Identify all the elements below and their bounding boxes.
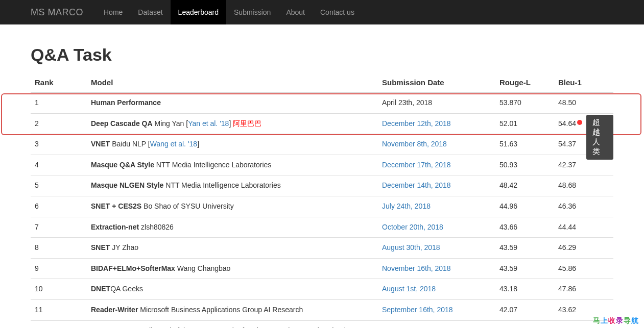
cell-date: September 16th, 2018 xyxy=(378,299,495,320)
model-paper-close: ] xyxy=(197,140,199,148)
watermark-char: 收 xyxy=(608,316,616,324)
page-title: Q&A Task xyxy=(31,45,613,65)
model-rest: QA Geeks xyxy=(110,285,143,293)
nav-item-submission[interactable]: Submission xyxy=(226,0,278,24)
cell-model: SNET JY Zhao xyxy=(87,238,378,259)
date-link[interactable]: December 12th, 2018 xyxy=(382,119,451,128)
table-row: 6SNET + CES2S Bo Shao of SYSU University… xyxy=(31,196,613,217)
col-rouge-header: Rouge-L xyxy=(495,74,554,92)
cell-bleu: 48.68 xyxy=(554,175,613,196)
cell-rank: 2 xyxy=(31,113,87,134)
model-paper-link[interactable]: Yan et al. '18 xyxy=(188,119,229,128)
cell-rouge: 43.59 xyxy=(495,238,554,259)
table-row: 1Human PerformanceApril 23th, 201853.870… xyxy=(31,92,613,113)
cell-model: VNET Baidu NLP [Wang et al. '18] xyxy=(87,134,378,155)
cell-bleu: 48.50 xyxy=(554,92,613,113)
cell-rank: 9 xyxy=(31,258,87,279)
cn-badge-surpass-human: 超越人类 xyxy=(586,115,613,160)
cell-date: August 1st, 2018 xyxy=(378,279,495,300)
leaderboard-table: Rank Model Submission Date Rouge-L Bleu-… xyxy=(31,74,613,328)
watermark-char: 上 xyxy=(601,316,608,324)
cell-rouge: 50.93 xyxy=(495,155,554,175)
model-name: Masque Q&A Style xyxy=(91,161,154,169)
model-rest: Microsoft Business Applications Group AI… xyxy=(138,306,303,314)
col-date-header: Submission Date xyxy=(378,74,495,92)
col-bleu-header: Bleu-1 xyxy=(554,74,613,92)
cell-model: BIDAF+ELMo+SofterMax Wang Changbao xyxy=(87,258,378,279)
table-row: 4Masque Q&A Style NTT Media Intelligence… xyxy=(31,155,613,175)
model-name: Extraction-net xyxy=(91,223,139,231)
brand[interactable]: MS MARCO xyxy=(31,7,83,18)
date-link[interactable]: November 8th, 2018 xyxy=(382,140,447,148)
table-row: 5Masque NLGEN Style NTT Media Intelligen… xyxy=(31,175,613,196)
cell-rouge: 48.42 xyxy=(495,175,554,196)
cell-rouge: 53.870 xyxy=(495,92,554,113)
cell-model: Masque Q&A Style NTT Media Intelligence … xyxy=(87,155,378,175)
model-name: SNET + CES2S xyxy=(91,202,141,210)
model-rest: JY Zhao xyxy=(110,243,138,251)
cell-rank: 12 xyxy=(31,320,87,328)
date-link[interactable]: June 1st, 2018 xyxy=(382,326,429,328)
model-name: SNET xyxy=(91,243,110,251)
cell-rouge: 43.18 xyxy=(495,279,554,300)
model-name: Deep Cascade QA xyxy=(91,119,153,128)
cell-rank: 8 xyxy=(31,238,87,259)
cell-date: October 20th, 2018 xyxy=(378,217,495,238)
watermark-char: 导 xyxy=(624,316,631,324)
model-name: Reader-Writer xyxy=(91,306,138,314)
watermark-char: 马 xyxy=(593,316,601,324)
leaderboard-wrap: Rank Model Submission Date Rouge-L Bleu-… xyxy=(31,74,613,328)
date-link[interactable]: August 30th, 2018 xyxy=(382,243,440,251)
cell-rouge: 43.59 xyxy=(495,258,554,279)
model-cn-annotation: 阿里巴巴 xyxy=(233,119,261,128)
nav-item-dataset[interactable]: Dataset xyxy=(130,0,170,24)
date-link[interactable]: September 16th, 2018 xyxy=(382,306,453,314)
date-link[interactable]: July 24th, 2018 xyxy=(382,202,431,210)
model-paper-link[interactable]: Wang et al. '18 xyxy=(150,140,197,148)
cell-rouge: 42.07 xyxy=(495,299,554,320)
date-link[interactable]: August 1st, 2018 xyxy=(382,285,436,293)
watermark: 马上收录导航 xyxy=(593,316,639,325)
col-rank-header: Rank xyxy=(31,74,87,92)
date-link[interactable]: November 16th, 2018 xyxy=(382,264,451,272)
cell-date: December 14th, 2018 xyxy=(378,175,495,196)
cell-model: SNET + CES2S Bo Shao of SYSU University xyxy=(87,196,378,217)
nav-item-leaderboard[interactable]: Leaderboard xyxy=(171,0,226,24)
model-name: BIDAF+ELMo+SofterMax xyxy=(91,264,175,272)
table-row: 11Reader-Writer Microsoft Business Appli… xyxy=(31,299,613,320)
nav-item-contact-us[interactable]: Contact us xyxy=(313,0,362,24)
model-name: VNET xyxy=(91,140,110,148)
table-row: 2Deep Cascade QA Ming Yan [Yan et al. '1… xyxy=(31,113,613,134)
cell-model: Deep Cascade QA Ming Yan [Yan et al. '18… xyxy=(87,113,378,134)
cell-bleu: 46.29 xyxy=(554,238,613,259)
model-name: Human Performance xyxy=(91,98,161,107)
cell-rouge: 51.63 xyxy=(495,134,554,155)
table-header-row: Rank Model Submission Date Rouge-L Bleu-… xyxy=(31,74,613,92)
cell-bleu: 44.44 xyxy=(554,217,613,238)
nav-item-about[interactable]: About xyxy=(278,0,313,24)
watermark-char: 航 xyxy=(631,316,639,324)
model-name: Masque NLGEN Style xyxy=(91,181,163,189)
cell-model: Human Performance xyxy=(87,92,378,113)
model-rest: Bo Shao of SYSU University xyxy=(141,202,234,210)
cell-model: SNET+seq2seq Yihan Ni of the CAS Key Lab… xyxy=(87,320,378,328)
model-rest: zlsh80826 xyxy=(139,223,174,231)
navbar: MS MARCO HomeDatasetLeaderboardSubmissio… xyxy=(0,0,644,24)
cell-rouge: 52.01 xyxy=(495,113,554,134)
cell-rank: 4 xyxy=(31,155,87,175)
table-row: 8SNET JY ZhaoAugust 30th, 201843.5946.29 xyxy=(31,238,613,259)
watermark-char: 录 xyxy=(616,316,624,324)
cell-date: December 12th, 2018 xyxy=(378,113,495,134)
cell-model: Extraction-net zlsh80826 xyxy=(87,217,378,238)
cell-bleu: 47.86 xyxy=(554,279,613,300)
date-link[interactable]: December 17th, 2018 xyxy=(382,161,451,169)
nav-item-home[interactable]: Home xyxy=(96,0,130,24)
cell-rouge: 44.96 xyxy=(495,196,554,217)
cell-rank: 3 xyxy=(31,134,87,155)
date-link[interactable]: October 20th, 2018 xyxy=(382,223,443,231)
cell-rouge: 43.66 xyxy=(495,217,554,238)
date-link[interactable]: December 14th, 2018 xyxy=(382,181,451,189)
cell-date: December 17th, 2018 xyxy=(378,155,495,175)
model-rest: Wang Changbao xyxy=(175,264,230,272)
table-row: 12SNET+seq2seq Yihan Ni of the CAS Key L… xyxy=(31,320,613,328)
